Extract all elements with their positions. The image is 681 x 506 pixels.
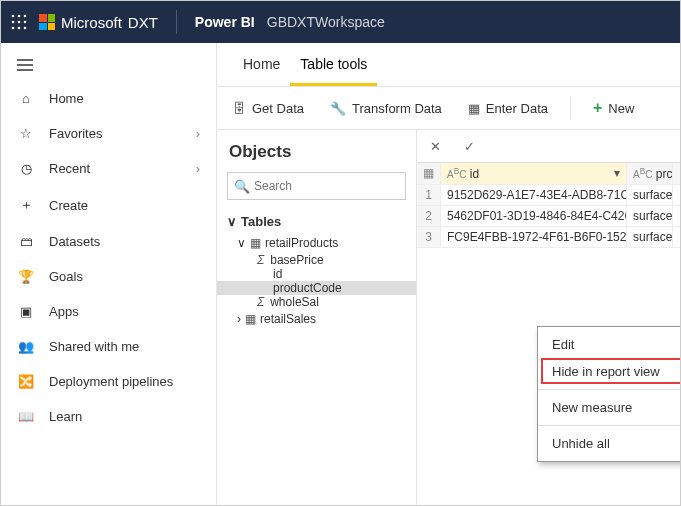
plus-icon: ＋: [17, 196, 35, 214]
svg-point-7: [18, 27, 21, 30]
cell-id[interactable]: FC9E4FBB-1972-4F61-B6F0-15282C…: [441, 227, 627, 247]
workspace-name: GBDXTWorkspace: [267, 14, 385, 30]
row-number: 3: [417, 227, 441, 247]
tables-label: Tables: [241, 214, 281, 229]
svg-point-4: [18, 21, 21, 24]
ctx-hide-in-report-view[interactable]: Hide in report view: [538, 358, 680, 385]
table-row[interactable]: 19152D629-A1E7-43E4-ADB8-71CB2…surface: [417, 185, 680, 206]
sidebar-item-label: Shared with me: [49, 339, 200, 354]
search-icon: 🔍: [234, 179, 250, 194]
search-box[interactable]: 🔍: [227, 172, 406, 200]
table-node-retailsales[interactable]: ›▦retailSales: [217, 309, 416, 329]
sidebar-item-learn[interactable]: 📖Learn: [1, 399, 216, 434]
star-icon: ☆: [17, 126, 35, 141]
table-row[interactable]: 25462DF01-3D19-4846-84E4-C42681…surface: [417, 206, 680, 227]
chevron-right-icon: ›: [196, 161, 200, 176]
cell-product[interactable]: surface: [627, 185, 673, 205]
sidebar-item-label: Home: [49, 91, 200, 106]
svg-point-1: [18, 15, 21, 18]
hamburger-icon[interactable]: [1, 49, 216, 81]
cell-id[interactable]: 5462DF01-3D19-4846-84E4-C42681…: [441, 206, 627, 226]
transform-data-button[interactable]: 🔧Transform Data: [324, 97, 448, 120]
sidebar-item-label: Recent: [49, 161, 182, 176]
sidebar-item-label: Apps: [49, 304, 200, 319]
db-icon: 🗃: [17, 234, 35, 249]
field-label: basePrice: [270, 253, 323, 267]
get-data-button[interactable]: 🗄Get Data: [227, 97, 310, 120]
cancel-button[interactable]: ✕: [421, 132, 449, 160]
product-name: Power BI: [195, 14, 255, 30]
transform-icon: 🔧: [330, 101, 346, 116]
svg-point-8: [24, 27, 27, 30]
data-grid-pane: ✕ ✓ ▦ ABC id▾ ABC prc 19152D629-A1E7-43E…: [417, 130, 680, 505]
row-number: 1: [417, 185, 441, 205]
ctx-new-measure[interactable]: New measure: [538, 394, 680, 421]
book-icon: 📖: [17, 409, 35, 424]
sidebar: ⌂Home☆Favorites›◷Recent›＋Create🗃Datasets…: [1, 43, 217, 505]
sidebar-item-datasets[interactable]: 🗃Datasets: [1, 224, 216, 259]
table-icon: ▦: [250, 236, 261, 250]
cell-id[interactable]: 9152D629-A1E7-43E4-ADB8-71CB2…: [441, 185, 627, 205]
field-label: wholeSal: [270, 295, 319, 309]
sidebar-item-create[interactable]: ＋Create: [1, 186, 216, 224]
cell-product[interactable]: surface: [627, 227, 673, 247]
col-id-label: id: [470, 167, 479, 181]
sidebar-item-home[interactable]: ⌂Home: [1, 81, 216, 116]
sidebar-item-recent[interactable]: ◷Recent›: [1, 151, 216, 186]
chevron-right-icon: ›: [237, 312, 241, 326]
table-label: retailSales: [260, 312, 316, 326]
new-label: New: [608, 101, 634, 116]
pipe-icon: 🔀: [17, 374, 35, 389]
brand-suffix: DXT: [128, 14, 158, 31]
svg-point-5: [24, 21, 27, 24]
svg-point-2: [24, 15, 27, 18]
svg-point-6: [12, 27, 15, 30]
sidebar-item-favorites[interactable]: ☆Favorites›: [1, 116, 216, 151]
field-id[interactable]: id: [217, 267, 416, 281]
apps-icon: ▣: [17, 304, 35, 319]
context-menu: Edit Hide in report view New measure Unh…: [537, 326, 680, 462]
cell-product[interactable]: surface: [627, 206, 673, 226]
app-launcher-icon[interactable]: [11, 14, 27, 30]
chevron-down-icon: ∨: [227, 214, 237, 229]
ctx-edit[interactable]: Edit: [538, 331, 680, 358]
tabs: Home Table tools: [217, 43, 680, 87]
new-button[interactable]: +New: [587, 95, 640, 121]
field-productcode[interactable]: productCode: [217, 281, 416, 295]
table-icon: ▦: [245, 312, 256, 326]
tab-table-tools[interactable]: Table tools: [290, 43, 377, 86]
row-number: 2: [417, 206, 441, 226]
ctx-unhide-all[interactable]: Unhide all: [538, 430, 680, 457]
ribbon: 🗄Get Data 🔧Transform Data ▦Enter Data +N…: [217, 87, 680, 130]
sidebar-item-deployment-pipelines[interactable]: 🔀Deployment pipelines: [1, 364, 216, 399]
sidebar-item-label: Create: [49, 198, 200, 213]
sidebar-item-apps[interactable]: ▣Apps: [1, 294, 216, 329]
objects-pane: Objects 🔍 ∨Tables ∨▦retailProducts Σbase…: [217, 130, 417, 505]
table-label: retailProducts: [265, 236, 338, 250]
sidebar-item-label: Goals: [49, 269, 200, 284]
dropdown-icon[interactable]: ▾: [614, 166, 620, 180]
grid-icon: ▦: [468, 101, 480, 116]
col-product[interactable]: ABC prc: [627, 163, 673, 184]
sidebar-item-goals[interactable]: 🏆Goals: [1, 259, 216, 294]
table-node-retailproducts[interactable]: ∨▦retailProducts: [217, 233, 416, 253]
confirm-button[interactable]: ✓: [455, 132, 483, 160]
field-wholesale[interactable]: ΣwholeSal: [217, 295, 416, 309]
trophy-icon: 🏆: [17, 269, 35, 284]
database-icon: 🗄: [233, 101, 246, 116]
enter-data-label: Enter Data: [486, 101, 548, 116]
sidebar-item-shared-with-me[interactable]: 👥Shared with me: [1, 329, 216, 364]
table-row[interactable]: 3FC9E4FBB-1972-4F61-B6F0-15282C…surface: [417, 227, 680, 248]
chevron-down-icon: ∨: [237, 236, 246, 250]
chevron-right-icon: ›: [196, 126, 200, 141]
field-baseprice[interactable]: ΣbasePrice: [217, 253, 416, 267]
col-id[interactable]: ABC id▾: [441, 163, 627, 184]
enter-data-button[interactable]: ▦Enter Data: [462, 97, 554, 120]
svg-point-0: [12, 15, 15, 18]
field-label: productCode: [273, 281, 342, 295]
field-label: id: [273, 267, 282, 281]
search-input[interactable]: [254, 179, 404, 193]
tab-home[interactable]: Home: [233, 43, 290, 86]
tables-section[interactable]: ∨Tables: [217, 210, 416, 233]
sigma-icon: Σ: [257, 295, 264, 309]
